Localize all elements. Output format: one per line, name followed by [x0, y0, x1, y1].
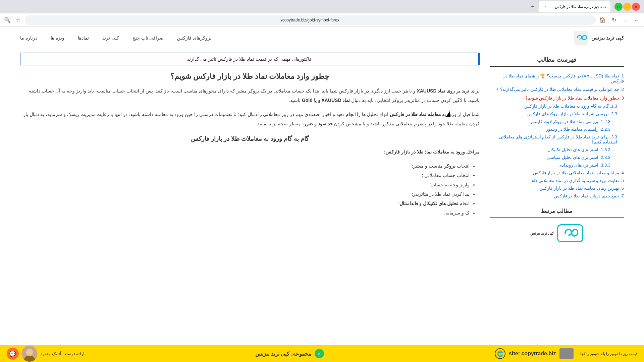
steps-header: مراحل ورود به معاملات نماد طلا در بازار …	[20, 147, 480, 157]
brand-logo: کپی ترید بیزنس	[574, 31, 624, 45]
toc-sidebar: فهرست مطالب 1. نماد طلا (XAUUSD) در فارک…	[490, 53, 624, 246]
main-nav: بروکرهای فارکس صرافی تاپ چنج کپی ترید نم…	[20, 35, 212, 41]
win-max-btn[interactable]: □	[614, 3, 623, 11]
para2-bold2: حد سود و ضرر	[304, 121, 333, 126]
info-bar: فاکتورهای مهمی که بر قیمت نماد طلا در فا…	[20, 53, 480, 65]
toc-item-3-3: 3.3. برای ترید نماد طلا در فارکس از کدام…	[490, 133, 624, 146]
browser-tabs: همه چیز درباره نماد طلا در فارکس... × +	[3, 1, 613, 13]
toc-link-3[interactable]: 3. چطور وارد معاملات نماد طلا در بازار ف…	[525, 96, 624, 101]
para2: شما قبل از ورود به معامله نماد طلا در فا…	[20, 110, 480, 128]
steps-list: انتخاب بروکر مناسب و معتبر؛ انتخاب حساب …	[20, 161, 480, 218]
nav-special[interactable]: ویژه ها	[51, 35, 64, 41]
toc-item-3-3-1: 1.3.3. استراتژی های تحلیل تکنیکال	[490, 146, 624, 154]
info-bar-text: فاکتورهای مهمی که بر قیمت نماد طلا در فا…	[187, 56, 312, 62]
new-tab-btn[interactable]: +	[528, 2, 537, 11]
browser-chrome: × – □ همه چیز درباره نماد طلا در فارکس..…	[0, 0, 644, 27]
toc-item-7: 7. جمع بندی درباره نماد طلا در فارکس	[490, 192, 624, 200]
toolbar-icons: ☆ 🔍	[3, 15, 23, 25]
toc-link-3-2[interactable]: 2.3. بررسی شرایط طلا در بازار بروکرهای ف…	[527, 111, 617, 116]
address-bar[interactable]: copytrade.biz/gold-symbol-forex/	[25, 15, 596, 25]
para1-bold2: نماد XAUUSD و یا Gold	[302, 98, 350, 103]
site-header: کپی ترید بیزنس بروکرهای فارکس صرافی تاپ …	[0, 27, 644, 49]
nav-copytrade[interactable]: کپی ترید	[102, 35, 119, 41]
toc-link-6[interactable]: 6. بهترین زمان معامله نماد طلا در بازار …	[539, 186, 624, 191]
brand-icon	[574, 31, 588, 45]
toc-item-4: 4. مزایا و معایب نماد معاملاتی طلا در با…	[490, 169, 624, 177]
toc-item-2: 2. چه عواملی بر قیمت نماد معاملاتی طلا د…	[490, 85, 624, 94]
toc-item-3-2-1: 1.2.3. بررسی نماد طلا در بروکر لایت فاین…	[490, 118, 624, 125]
page: کپی ترید بیزنس بروکرهای فارکس صرافی تاپ …	[0, 27, 644, 246]
active-tab[interactable]: همه چیز درباره نماد طلا در فارکس... ×	[539, 1, 610, 12]
toc-link-3-2-1[interactable]: 1.2.3. بررسی نماد طلا در بروکر لایت فاین…	[529, 119, 610, 124]
win-min-btn[interactable]: –	[623, 3, 631, 11]
para2-bold1: معامله نماد طلا در فارکس	[390, 112, 441, 117]
toc-link-1[interactable]: 1. نماد طلا (XAUUSD) در فارکس چیست؟ 🏆 را…	[490, 73, 624, 83]
nav-brokersforex[interactable]: بروکرهای فارکس	[177, 35, 212, 41]
section2-title: گام به گام ورود به معاملات طلا در بازار …	[20, 135, 480, 142]
toc-link-3-3[interactable]: 3.3. برای ترید نماد طلا در فارکس از کدام…	[490, 134, 617, 144]
toc-link-3-1[interactable]: 1.3. گام به گام ورود به معاملات طلا در ب…	[524, 104, 617, 109]
toc-link-4[interactable]: 4. مزایا و معایب نماد معاملاتی طلا در با…	[533, 170, 624, 175]
brand-bottom-icon	[557, 224, 583, 242]
browser-titlebar: × – □ همه چیز درباره نماد طلا در فارکس..…	[0, 0, 644, 13]
content-area: فهرست مطالب 1. نماد طلا (XAUUSD) در فارک…	[0, 53, 644, 246]
step-4: پیدا کردن نماد طلا در متاتریدر؛	[20, 189, 470, 199]
toc-link-3-2-2[interactable]: 2.2.3. راهنمای معامله طلا در ویندوز	[546, 127, 610, 132]
brand-bottom-label: کپی ترید بیزنس	[530, 231, 554, 236]
step-1: انتخاب بروکر مناسب و معتبر؛	[20, 161, 470, 171]
toc-item-3-2-2: 2.2.3. راهنمای معامله طلا در ویندوز	[490, 125, 624, 133]
brand-bottom: کپی ترید بیزنس	[490, 224, 624, 242]
step-2: انتخاب حساب معاملاتی ؛	[20, 171, 470, 180]
home-btn[interactable]: 🏠	[598, 15, 607, 25]
toc-item-3-3-3: 3.3.3. استراتژی‌های رویدادی	[490, 161, 624, 169]
search-btn[interactable]: 🔍	[3, 15, 12, 25]
step1-bold: بروکر	[444, 163, 455, 169]
toc-link-2[interactable]: 2. چه عواملی بر قیمت نماد معاملاتی طلا د…	[500, 87, 624, 92]
nav-topchange[interactable]: صرافی تاپ چنج	[132, 35, 164, 41]
toc-item-1: 1. نماد طلا (XAUUSD) در فارکس چیست؟ 🏆 را…	[490, 72, 624, 85]
toc-item-3-1: 1.3. گام به گام ورود به معاملات طلا در ب…	[490, 102, 624, 110]
nav-symbols[interactable]: نمادها	[78, 35, 89, 41]
main-content: فاکتورهای مهمی که بر قیمت نماد طلا در فا…	[20, 53, 480, 246]
forward-btn[interactable]: →	[621, 15, 630, 25]
para1-bold1: ترید بر روی نماد XAUUSD	[417, 88, 469, 94]
toc-item-3-2: 2.3. بررسی شرایط طلا در بازار بروکرهای ف…	[490, 110, 624, 118]
toc-item-6: 6. بهترین زمان معامله نماد طلا در بازار …	[490, 184, 624, 192]
toc-expand-3: -	[522, 95, 524, 101]
toc-item-3-3-2: 2.3.3. استراتژی های تحلیل سیاسی	[490, 154, 624, 161]
browser-toolbar: ← → ↻ 🏠 copytrade.biz/gold-symbol-forex/…	[0, 13, 644, 27]
toc-expand-2: +	[496, 86, 499, 92]
step-5: انجام تحلیل های تکنیکال و فاندامنتال؛	[20, 199, 470, 208]
window-controls: × – □	[614, 3, 640, 11]
address-text: copytrade.biz/gold-symbol-forex/	[29, 18, 592, 22]
section1-title: چطور وارد معاملات نماد طلا در بازار فارک…	[20, 72, 480, 81]
brand-name: کپی ترید بیزنس	[591, 35, 624, 41]
toc-item-3: 3. چطور وارد معاملات نماد طلا در بازار ف…	[490, 94, 624, 102]
toc-link-3-3-1[interactable]: 1.3.3. استراتژی های تحلیل تکنیکال	[547, 147, 610, 152]
tab-title: همه چیز درباره نماد طلا در فارکس...	[551, 5, 606, 9]
win-close-btn[interactable]: ×	[632, 3, 640, 11]
toc-link-5[interactable]: 5. تفاوت ترید و سرمایه گذاری در نماد معا…	[531, 178, 624, 183]
step5-bold: تحلیل های تکنیکال و فاندامنتال	[399, 201, 459, 206]
nav-about[interactable]: درباره ما	[20, 35, 37, 41]
step-3: واریز وجه به حساب؛	[20, 180, 470, 189]
back-btn[interactable]: ←	[632, 15, 641, 25]
toc-link-3-3-2[interactable]: 2.3.3. استراتژی های تحلیل سیاسی	[547, 155, 610, 160]
para1: برای ترید بر روی نماد XAUUSD و یا هر جفت…	[20, 86, 480, 105]
toc-title: فهرست مطالب	[490, 56, 624, 67]
bookmark-btn[interactable]: ☆	[13, 15, 23, 25]
reload-btn[interactable]: ↻	[609, 15, 619, 25]
step-6: ک و سرمایه.	[20, 208, 470, 218]
toc-item-5: 5. تفاوت ترید و سرمایه گذاری در نماد معا…	[490, 177, 624, 184]
toc-link-7[interactable]: 7. جمع بندی درباره نماد طلا در فارکس	[554, 193, 624, 198]
tab-close-btn[interactable]: ×	[543, 4, 548, 9]
toc-link-3-3-3[interactable]: 3.3.3. استراتژی‌های رویدادی	[558, 163, 610, 168]
related-title: مطالب مرتبط	[490, 208, 624, 218]
